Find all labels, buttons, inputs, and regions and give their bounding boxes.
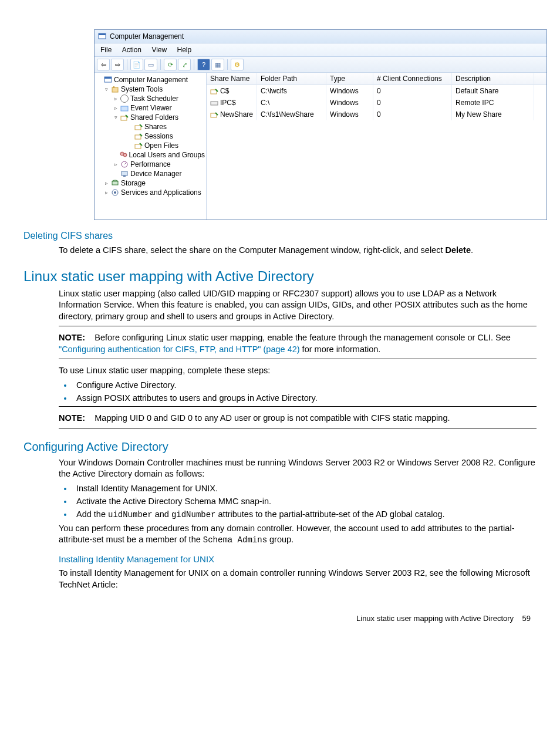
- svg-rect-22: [211, 113, 217, 117]
- cell-description: My New Share: [452, 109, 534, 120]
- svg-rect-6: [121, 106, 128, 111]
- code-gidnumber: gidNumber: [171, 510, 216, 519]
- share-row[interactable]: IPC$C:\Windows0Remote IPC: [207, 97, 546, 109]
- heading-deleting-cifs: Deleting CIFS shares: [23, 231, 537, 241]
- compmgmt-icon: [104, 76, 112, 84]
- tree-node-label: Task Scheduler: [130, 94, 178, 103]
- tree-node[interactable]: Shares: [96, 122, 205, 131]
- col-share-name[interactable]: Share Name: [207, 73, 257, 85]
- para-linux-steps-intro: To use Linux static user mapping, comple…: [59, 365, 537, 377]
- note-label: NOTE:: [59, 333, 85, 342]
- caret-right-icon[interactable]: ▹: [113, 96, 119, 102]
- refresh-icon[interactable]: ⟳: [164, 59, 177, 70]
- caret-down-icon[interactable]: ▿: [104, 87, 109, 92]
- para-linux-intro: Linux static user mapping (also called U…: [59, 288, 537, 323]
- svg-rect-10: [135, 144, 141, 148]
- cell-folder-path: C:\: [257, 97, 326, 109]
- tree-node[interactable]: Computer Management: [96, 75, 205, 85]
- menu-help[interactable]: Help: [175, 45, 198, 55]
- tree-node[interactable]: ▹Services and Applications: [96, 188, 205, 197]
- navigation-tree[interactable]: Computer Management▿System Tools▹Task Sc…: [95, 73, 207, 220]
- tree-node-label: Event Viewer: [130, 104, 171, 112]
- svg-rect-14: [122, 171, 127, 175]
- cell-folder-path: C:\fs1\NewShare: [257, 109, 326, 120]
- tree-node[interactable]: ▹Event Viewer: [96, 103, 205, 113]
- cell-type: Windows: [326, 109, 373, 120]
- caret-right-icon[interactable]: ▹: [104, 181, 109, 186]
- caret-none: [127, 134, 133, 139]
- tree-node[interactable]: Sessions: [96, 131, 205, 141]
- list-item: Install Identity Management for UNIX.: [73, 484, 537, 493]
- list-item: Configure Active Directory.: [73, 380, 537, 390]
- col-type[interactable]: Type: [326, 73, 373, 85]
- share-row[interactable]: NewShareC:\fs1\NewShareWindows0My New Sh…: [207, 109, 546, 120]
- tree-node-label: Sessions: [144, 132, 173, 140]
- back-arrow-icon[interactable]: ⇦: [97, 59, 110, 70]
- col-description[interactable]: Description: [452, 73, 534, 85]
- svg-point-19: [114, 191, 116, 194]
- clock-icon: [120, 94, 129, 103]
- toolbar-separator: [194, 59, 194, 70]
- heading-install-idmu: Installing Identity Management for UNIX: [59, 554, 537, 564]
- text: Before configuring Linux static user map…: [95, 333, 511, 342]
- code-uidnumber: uidNumber: [108, 510, 153, 519]
- svg-rect-20: [211, 90, 217, 94]
- share-icon: [134, 141, 143, 150]
- text: To delete a CIFS share, select the share…: [59, 245, 445, 255]
- caret-right-icon[interactable]: ▹: [113, 106, 119, 111]
- page-footer: Linux static user mapping with Active Di…: [23, 614, 537, 623]
- tree-node[interactable]: ▹Performance: [96, 160, 205, 169]
- text: group.: [267, 535, 294, 544]
- computer-management-window: Computer Management File Action View Hel…: [94, 29, 547, 220]
- caret-down-icon[interactable]: ▿: [113, 115, 119, 120]
- note-label: NOTE:: [59, 413, 85, 423]
- export-icon[interactable]: ⤤: [178, 59, 191, 70]
- caret-right-icon[interactable]: ▹: [113, 162, 119, 167]
- para-deleting: To delete a CIFS share, select the share…: [59, 245, 537, 256]
- up-folder-icon[interactable]: 📄: [130, 59, 143, 70]
- forward-arrow-icon[interactable]: ⇨: [111, 59, 124, 70]
- caret-right-icon[interactable]: ▹: [104, 190, 109, 195]
- xref-auth-link[interactable]: "Configuring authentication for CIFS, FT…: [59, 345, 300, 354]
- tree-node-label: Open Files: [144, 141, 178, 150]
- cell-connections: 0: [373, 97, 452, 109]
- menu-action[interactable]: Action: [120, 45, 147, 55]
- cell-share-name: IPC$: [220, 99, 236, 107]
- tree-node[interactable]: Local Users and Groups: [96, 150, 205, 160]
- tree-node[interactable]: Open Files: [96, 141, 205, 150]
- text: for more information.: [300, 345, 381, 354]
- menu-file[interactable]: File: [98, 45, 117, 55]
- cell-description: Default Share: [452, 85, 534, 97]
- list-icon[interactable]: ▦: [211, 59, 224, 70]
- tree-node-label: Storage: [121, 179, 146, 187]
- menu-view[interactable]: View: [149, 45, 173, 55]
- para-confad-tail: You can perform these procedures from an…: [59, 523, 537, 546]
- shares-listview[interactable]: Share Name Folder Path Type # Client Con…: [207, 73, 546, 220]
- tree-node[interactable]: ▿System Tools: [96, 85, 205, 94]
- col-folder-path[interactable]: Folder Path: [257, 73, 326, 85]
- svg-rect-1: [99, 33, 106, 35]
- tree-node[interactable]: Device Manager: [96, 169, 205, 178]
- caret-none: [127, 124, 133, 130]
- pipe-icon: [210, 100, 218, 107]
- text: Mapping UID 0 and GID 0 to any AD user o…: [95, 413, 450, 423]
- systools-icon: [111, 85, 119, 93]
- compmgmt-icon: [98, 32, 106, 40]
- toolbar-separator: [227, 59, 228, 70]
- help-icon[interactable]: ?: [197, 59, 210, 70]
- svg-rect-5: [113, 86, 114, 88]
- listview-header[interactable]: Share Name Folder Path Type # Client Con…: [207, 73, 546, 85]
- share-row[interactable]: C$C:\lwcifsWindows0Default Share: [207, 85, 546, 97]
- tree-node[interactable]: ▹Task Scheduler: [96, 94, 205, 103]
- footer-page-number: 59: [522, 614, 531, 623]
- cell-share-name: NewShare: [220, 110, 253, 119]
- tree-node[interactable]: ▿Shared Folders: [96, 113, 205, 122]
- cell-type: Windows: [326, 85, 373, 97]
- svg-rect-7: [121, 116, 127, 120]
- list-item: Assign POSIX attributes to users and gro…: [73, 393, 537, 403]
- extra-icon[interactable]: ⚙: [231, 59, 244, 70]
- col-client-connections[interactable]: # Client Connections: [373, 73, 452, 85]
- tree-node[interactable]: ▹Storage: [96, 178, 205, 188]
- cell-share-name: C$: [220, 87, 229, 95]
- properties-icon[interactable]: ▭: [144, 59, 157, 70]
